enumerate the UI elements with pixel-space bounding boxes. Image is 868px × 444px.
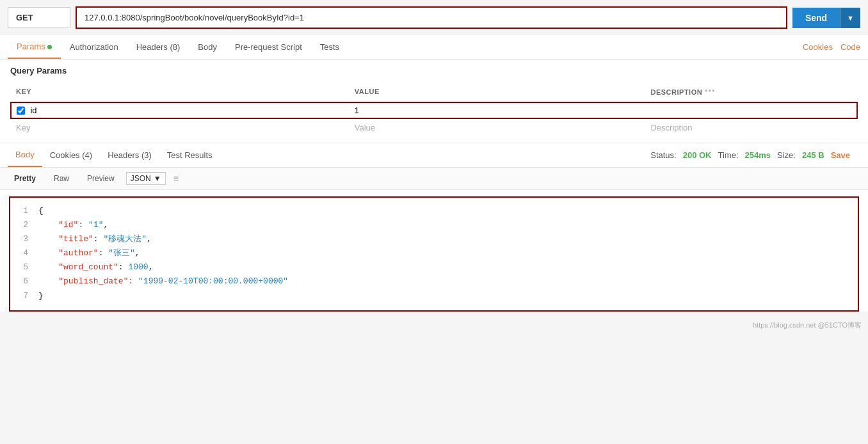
size-label: Size: <box>777 150 796 160</box>
status-value: 200 OK <box>683 150 712 160</box>
size-value: 245 B <box>802 150 824 160</box>
query-params-section: Query Params KEY VALUE DESCRIPTION ··· <box>0 59 868 143</box>
response-tab-body[interactable]: Body <box>8 143 42 167</box>
value-placeholder: Value <box>350 118 646 136</box>
send-dropdown-button[interactable]: ▼ <box>840 8 860 28</box>
value-column-header: VALUE <box>350 81 646 102</box>
key-column-header: KEY <box>11 81 350 102</box>
description-column-header: DESCRIPTION ··· <box>645 81 857 102</box>
json-line-2: 2 "id": "1", <box>15 218 853 232</box>
footer-watermark: https://blog.csdn.net @51CTO博客 <box>0 318 868 333</box>
response-status-bar: Status: 200 OK Time: 254ms Size: 245 B S… <box>640 145 860 165</box>
description-placeholder: Description <box>645 118 857 136</box>
json-line-1: 1 { <box>15 204 853 218</box>
param-description-input[interactable] <box>650 106 851 115</box>
tabs-right: Cookies Code <box>803 42 860 52</box>
tab-body[interactable]: Body <box>189 36 226 58</box>
url-input[interactable] <box>77 8 786 28</box>
request-tabs-bar: Params Authorization Headers (8) Body Pr… <box>0 35 868 59</box>
top-bar: GET POST PUT DELETE PATCH Send ▼ <box>0 0 868 35</box>
method-select[interactable]: GET POST PUT DELETE PATCH <box>8 7 70 28</box>
json-line-7: 7 } <box>15 289 853 303</box>
json-line-5: 5 "word_count": 1000, <box>15 260 853 274</box>
tab-prerequest[interactable]: Pre-request Script <box>226 36 311 58</box>
params-table: KEY VALUE DESCRIPTION ··· <box>10 81 858 136</box>
response-tab-headers[interactable]: Headers (3) <box>100 144 159 166</box>
json-line-4: 4 "author": "张三", <box>15 246 853 260</box>
json-line-3: 3 "title": "移魂大法", <box>15 232 853 246</box>
key-placeholder: Key <box>11 118 350 136</box>
format-tabs-bar: Pretty Raw Preview JSON ▼ ≡ <box>0 168 868 190</box>
tab-authorization[interactable]: Authorization <box>61 36 127 58</box>
params-dot <box>47 45 52 49</box>
query-params-title: Query Params <box>10 66 858 75</box>
param-checkbox[interactable] <box>17 106 25 115</box>
url-input-wrapper <box>76 6 787 29</box>
response-section: Body Cookies (4) Headers (3) Test Result… <box>0 143 868 312</box>
tab-headers[interactable]: Headers (8) <box>127 36 189 58</box>
format-type-arrow: ▼ <box>154 174 161 183</box>
param-key-input[interactable] <box>30 106 344 115</box>
time-label: Time: <box>718 150 739 160</box>
table-row <box>11 102 857 118</box>
save-button[interactable]: Save <box>831 150 850 160</box>
response-tab-cookies[interactable]: Cookies (4) <box>42 144 100 166</box>
tab-tests[interactable]: Tests <box>311 36 348 58</box>
status-label: Status: <box>650 150 676 160</box>
param-value-input[interactable] <box>355 106 641 115</box>
method-select-wrapper: GET POST PUT DELETE PATCH <box>8 7 70 28</box>
code-link[interactable]: Code <box>840 42 860 52</box>
cookies-link[interactable]: Cookies <box>803 42 833 52</box>
format-lines-icon[interactable]: ≡ <box>173 173 179 184</box>
format-tab-raw[interactable]: Raw <box>47 171 76 186</box>
format-tab-preview[interactable]: Preview <box>81 171 121 186</box>
more-options-icon[interactable]: ··· <box>705 84 716 97</box>
format-tab-pretty[interactable]: Pretty <box>8 171 42 186</box>
tab-params[interactable]: Params <box>8 35 61 59</box>
format-type-select[interactable]: JSON ▼ <box>126 172 166 185</box>
table-row-placeholder: Key Value Description <box>11 118 857 136</box>
time-value: 254ms <box>745 150 771 160</box>
json-body: 1 { 2 "id": "1", 3 "title": "移魂大法", 4 "a… <box>9 196 859 312</box>
response-tab-test-results[interactable]: Test Results <box>159 144 220 166</box>
send-button-wrapper: Send ▼ <box>792 8 860 28</box>
response-tabs-bar: Body Cookies (4) Headers (3) Test Result… <box>0 143 868 168</box>
json-line-6: 6 "publish_date": "1999-02-10T00:00:00.0… <box>15 274 853 289</box>
send-button[interactable]: Send <box>792 8 840 28</box>
format-type-label: JSON <box>131 174 151 183</box>
